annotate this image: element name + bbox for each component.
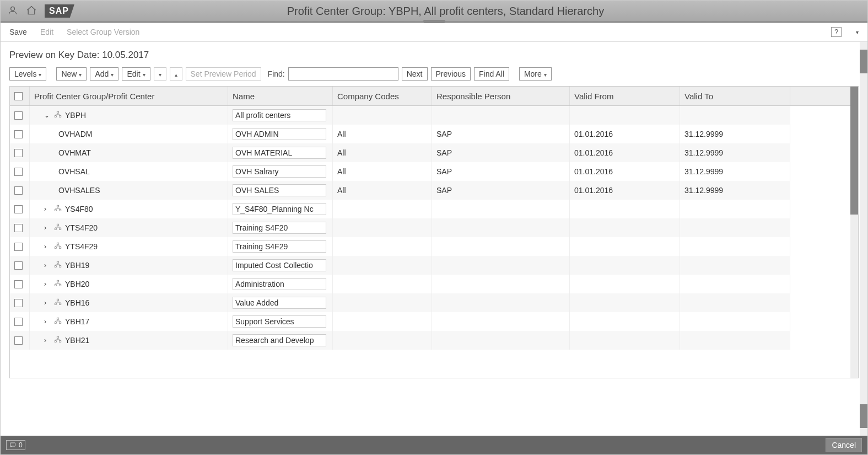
expand-icon[interactable]: › <box>44 280 51 288</box>
col-responsible-person[interactable]: Responsible Person <box>432 87 570 105</box>
responsible-person-cell <box>432 106 570 125</box>
row-checkbox[interactable] <box>14 318 23 326</box>
row-checkbox[interactable] <box>14 280 23 288</box>
table-row[interactable]: ⌄YBPHAll profit centers <box>10 106 858 125</box>
name-field[interactable]: OVH ADMIN <box>233 128 326 140</box>
node-code: YTS4F20 <box>65 223 98 232</box>
find-previous-button[interactable]: Previous <box>431 67 471 81</box>
name-field[interactable]: Value Added <box>233 297 326 309</box>
expand-icon[interactable]: › <box>44 261 51 269</box>
col-company-codes[interactable]: Company Codes <box>333 87 432 105</box>
col-profit-center-group[interactable]: Profit Center Group/Profit Center <box>30 87 228 105</box>
user-icon[interactable] <box>7 5 18 18</box>
svg-rect-1 <box>57 111 59 113</box>
name-field[interactable]: All profit centers <box>233 109 326 121</box>
name-field[interactable]: Support Services <box>233 315 326 328</box>
company-codes-cell <box>333 331 432 350</box>
svg-rect-23 <box>55 322 57 323</box>
expand-icon[interactable]: › <box>44 318 51 325</box>
titlebar-drag-handle[interactable] <box>423 20 445 23</box>
valid-from-cell <box>570 293 680 312</box>
row-checkbox[interactable] <box>14 186 23 195</box>
expand-icon[interactable]: › <box>44 205 51 213</box>
name-field[interactable]: OVH SALES <box>233 184 326 196</box>
svg-rect-7 <box>57 224 59 226</box>
row-checkbox[interactable] <box>14 261 23 270</box>
page-title: Profit Center Group: YBPH, All profit ce… <box>74 5 817 18</box>
row-checkbox[interactable] <box>14 130 23 138</box>
table-row[interactable]: ›YBH16Value Added <box>10 293 858 312</box>
home-icon[interactable] <box>26 5 37 18</box>
add-button[interactable]: Add <box>90 67 118 81</box>
row-checkbox[interactable] <box>14 205 23 213</box>
expand-icon[interactable]: › <box>44 336 51 344</box>
name-field[interactable]: Research and Develop <box>233 334 326 346</box>
table-row[interactable]: ›YTS4F20Training S4F20 <box>10 218 858 237</box>
col-valid-from[interactable]: Valid From <box>570 87 680 105</box>
table-row[interactable]: OVHADMOVH ADMINAllSAP01.01.201631.12.999… <box>10 125 858 143</box>
cancel-button[interactable]: Cancel <box>826 438 862 452</box>
menubar: Save Edit Select Group Version ? ▾ <box>1 23 867 42</box>
table-row[interactable]: ›YTS4F29Training S4F29 <box>10 237 858 256</box>
svg-rect-19 <box>57 299 59 301</box>
name-field[interactable]: Training S4F20 <box>233 222 326 234</box>
vertical-scrollbar[interactable] <box>850 87 858 378</box>
table-row[interactable]: OVHSALOVH SalraryAllSAP01.01.201631.12.9… <box>10 162 858 181</box>
find-all-button[interactable]: Find All <box>474 67 509 81</box>
col-name[interactable]: Name <box>228 87 333 105</box>
row-checkbox[interactable] <box>14 149 23 157</box>
find-input[interactable] <box>288 67 398 81</box>
row-checkbox[interactable] <box>14 224 23 232</box>
menu-select-group-version[interactable]: Select Group Version <box>67 28 139 36</box>
expand-icon[interactable]: › <box>44 243 51 250</box>
responsible-person-cell <box>432 237 570 256</box>
name-field[interactable]: OVH MATERIAL <box>233 147 326 159</box>
col-valid-to[interactable]: Valid To <box>680 87 790 105</box>
company-codes-cell: All <box>333 143 432 162</box>
messages-button[interactable]: 0 <box>6 440 25 450</box>
name-field[interactable]: Training S4F29 <box>233 240 326 253</box>
row-checkbox[interactable] <box>14 299 23 307</box>
help-dropdown-icon[interactable]: ▾ <box>856 29 859 35</box>
table-row[interactable]: ›YBH20Administration <box>10 275 858 293</box>
more-button[interactable]: More <box>519 67 552 81</box>
name-field[interactable]: Imputed Cost Collectio <box>233 259 326 271</box>
new-button[interactable]: New <box>56 67 87 81</box>
edit-button[interactable]: Edit <box>122 67 150 81</box>
table-row[interactable]: ›YBH17Support Services <box>10 312 858 331</box>
name-field[interactable]: Administration <box>233 278 326 290</box>
content-scrollbar[interactable] <box>860 42 867 436</box>
node-code: YBH20 <box>65 280 89 288</box>
name-field[interactable]: OVH Salrary <box>233 165 326 178</box>
help-button[interactable]: ? <box>831 27 842 37</box>
toolbar: Levels New Add Edit Set Preview Period F… <box>9 67 859 81</box>
menu-save[interactable]: Save <box>9 28 27 36</box>
find-next-button[interactable]: Next <box>402 67 428 81</box>
table-row[interactable]: OVHMATOVH MATERIALAllSAP01.01.201631.12.… <box>10 143 858 162</box>
menu-edit[interactable]: Edit <box>40 28 53 36</box>
row-checkbox[interactable] <box>14 111 23 120</box>
row-checkbox[interactable] <box>14 168 23 176</box>
svg-rect-6 <box>59 209 61 211</box>
select-all-checkbox[interactable] <box>14 92 23 100</box>
table-row[interactable]: ›YBH21Research and Develop <box>10 331 858 350</box>
svg-rect-13 <box>57 261 59 263</box>
collapse-icon[interactable]: ⌄ <box>44 111 51 119</box>
name-field[interactable]: Y_S4F80_Planning Nc <box>233 203 326 215</box>
move-down-button[interactable] <box>154 67 166 81</box>
valid-to-cell: 31.12.9999 <box>680 125 790 143</box>
table-row[interactable]: ›YS4F80Y_S4F80_Planning Nc <box>10 200 858 218</box>
table-row[interactable]: ›YBH19Imputed Cost Collectio <box>10 256 858 275</box>
responsible-person-cell: SAP <box>432 162 570 181</box>
row-checkbox[interactable] <box>14 336 23 345</box>
company-codes-cell <box>333 106 432 125</box>
levels-button[interactable]: Levels <box>9 67 46 81</box>
set-preview-period-button[interactable]: Set Preview Period <box>186 67 261 81</box>
move-up-button[interactable] <box>170 67 182 81</box>
expand-icon[interactable]: › <box>44 224 51 232</box>
expand-icon[interactable]: › <box>44 299 51 307</box>
hierarchy-icon <box>54 223 62 233</box>
svg-rect-25 <box>57 336 59 338</box>
row-checkbox[interactable] <box>14 243 23 251</box>
table-row[interactable]: OVHSALESOVH SALESAllSAP01.01.201631.12.9… <box>10 181 858 200</box>
